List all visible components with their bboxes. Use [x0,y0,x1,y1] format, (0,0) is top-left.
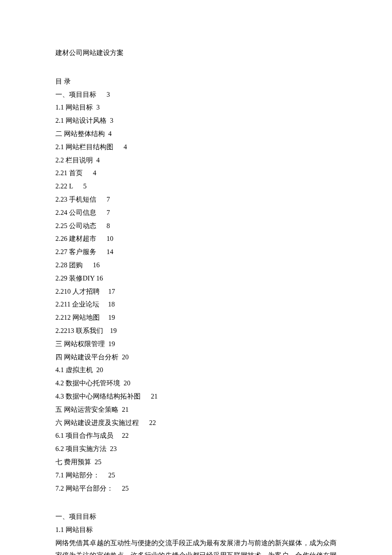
toc-item: 4.2 数据中心托管环境 20 [55,377,337,390]
toc-item: 一、项目目标 3 [55,89,337,101]
toc-item: 1.1 网站目标 3 [55,101,337,114]
toc-item: 七 费用预算 25 [55,456,337,468]
toc-item: 三 网站权限管理 19 [55,338,337,350]
toc-item: 2.22 L 5 [55,180,337,193]
document-title: 建材公司网站建设方案 [55,47,337,59]
section-1-subheading: 1.1 网站目标 [55,524,337,536]
paragraph-1: 网络凭借其卓越的互动性与便捷的交流手段正成为最有发展潜力与前途的新兴媒体，成为众… [55,537,337,555]
toc-item: 2.28 团购 16 [55,259,337,272]
toc-item: 2.24 公司信息 7 [55,207,337,219]
toc-item: 4.3 数据中心网络结构拓补图 21 [55,390,337,403]
toc-item: 6.2 项目实施方法 23 [55,443,337,455]
toc-list: 一、项目目标 31.1 网站目标 32.1 网站设计风格 3二 网站整体结构 4… [55,89,337,495]
toc-item: 六 网站建设进度及实施过程 22 [55,417,337,429]
toc-item: 2.29 装修DIY 16 [55,272,337,285]
toc-item: 2.1 网站设计风格 3 [55,115,337,127]
toc-item: 2.1 网站栏目结构图 4 [55,141,337,153]
toc-item: 7.1 网站部分： 25 [55,469,337,482]
toc-item: 7.2 网站平台部分： 25 [55,483,337,495]
toc-item: 2.21 首页 4 [55,167,337,179]
toc-header: 目 录 [55,75,337,88]
toc-item: 2.25 公司动态 8 [55,220,337,232]
toc-item: 2.27 客户服务 14 [55,246,337,258]
toc-item: 2.2 栏目说明 4 [55,154,337,167]
section-1-heading: 一、项目目标 [55,511,337,523]
toc-item: 2.212 网站地图 19 [55,312,337,324]
toc-item: 4.1 虚拟主机 20 [55,364,337,376]
toc-item: 二 网站整体结构 4 [55,128,337,140]
toc-item: 五 网站运营安全策略 21 [55,404,337,416]
toc-item: 四 网站建设平台分析 20 [55,351,337,364]
toc-item: 2.2213 联系我们 19 [55,325,337,337]
toc-item: 6.1 项目合作与成员 22 [55,430,337,442]
toc-item: 2.210 人才招聘 17 [55,286,337,298]
toc-item: 2.26 建材超市 10 [55,233,337,245]
toc-item: 2.23 手机短信 7 [55,194,337,206]
toc-item: 2.211 企业论坛 18 [55,298,337,311]
